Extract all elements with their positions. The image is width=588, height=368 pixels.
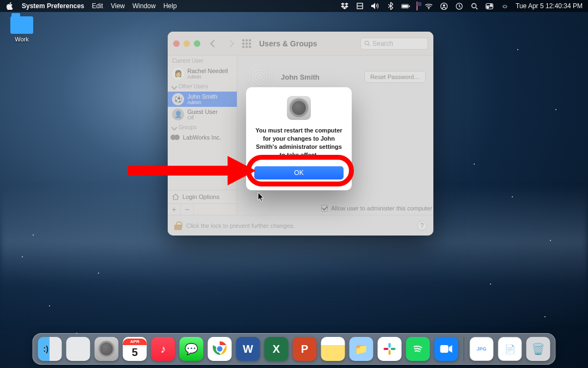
lock-text: Click the lock to prevent further change… (186, 222, 295, 229)
dock-music-icon[interactable]: ♪ (151, 337, 175, 361)
battery-icon[interactable] (401, 2, 410, 10)
svg-rect-20 (389, 350, 391, 355)
wifi-icon[interactable] (424, 2, 433, 10)
dock-notes-icon[interactable] (321, 337, 345, 361)
dock-finder-icon[interactable] (38, 337, 62, 361)
user-name-label: Guest User (187, 108, 218, 115)
dock-system-preferences-icon[interactable] (95, 337, 119, 361)
sidebar-current-user[interactable]: 👩 Rachel Needell Admin (168, 66, 237, 81)
dock-trash-icon[interactable]: 🗑️ (526, 337, 550, 361)
dropbox-icon[interactable] (340, 2, 349, 10)
box-status-icon[interactable] (356, 2, 364, 10)
users-sidebar: Current User 👩 Rachel Needell Admin Othe… (168, 56, 237, 215)
window-title: Users & Groups (259, 39, 317, 48)
group-name-label: LabWorks Inc. (183, 134, 221, 141)
dock-slack-icon[interactable] (378, 337, 402, 361)
svg-point-17 (217, 346, 223, 352)
checkbox-icon (321, 205, 328, 212)
login-options-label: Login Options (182, 194, 219, 200)
dock-folder-icon[interactable]: 📁 (350, 337, 373, 361)
window-minimize-button[interactable] (183, 40, 190, 47)
selected-user-name: John Smith (281, 73, 320, 81)
folder-label: Work (7, 36, 37, 43)
user-switch-icon[interactable] (439, 2, 448, 10)
control-center-icon[interactable] (485, 2, 494, 10)
dock: APR5 ♪ 💬 W X P 📁 JPG 📄 🗑️ (33, 333, 556, 365)
search-input[interactable]: Search (360, 38, 428, 50)
group-icon (172, 135, 180, 140)
dock-powerpoint-icon[interactable]: P (293, 337, 317, 361)
menu-window[interactable]: Window (132, 2, 156, 10)
menu-edit[interactable]: Edit (92, 2, 103, 10)
add-user-button[interactable]: + (168, 204, 181, 215)
window-titlebar: Users & Groups Search (168, 32, 433, 56)
dock-word-icon[interactable]: W (236, 337, 260, 361)
dock-recent-doc-icon[interactable]: 📄 (498, 337, 522, 361)
bluetooth-icon[interactable] (386, 2, 395, 10)
clock-status-icon[interactable] (455, 2, 463, 10)
dock-recent-doc-icon[interactable]: JPG (470, 337, 494, 361)
search-placeholder: Search (372, 40, 393, 47)
siri-icon[interactable] (500, 2, 509, 10)
dialog-message: You must restart the computer for your c… (254, 126, 344, 159)
svg-rect-19 (391, 348, 396, 350)
dock-excel-icon[interactable]: X (265, 337, 289, 361)
window-zoom-button[interactable] (194, 40, 200, 47)
window-close-button[interactable] (173, 40, 180, 47)
sidebar-user-guest[interactable]: 👤 Guest User Off (168, 107, 237, 122)
app-menu[interactable]: System Preferences (22, 2, 84, 10)
folder-icon (10, 16, 33, 34)
lock-icon[interactable] (174, 221, 182, 230)
calendar-day-label: 5 (132, 345, 138, 359)
user-role-label: Admin (187, 100, 217, 105)
login-options-button[interactable]: Login Options (168, 190, 237, 203)
svg-rect-21 (384, 348, 389, 350)
spotlight-icon[interactable] (470, 2, 479, 10)
user-role-label: Admin (187, 74, 228, 80)
dock-separator (464, 337, 464, 361)
avatar-icon: 👤 (172, 108, 184, 120)
restart-required-dialog: You must restart the computer for your c… (246, 87, 352, 190)
svg-point-6 (443, 4, 445, 7)
menu-bar: System Preferences Edit View Window Help… (0, 0, 588, 12)
dock-spotify-icon[interactable] (406, 337, 430, 361)
back-button[interactable] (208, 38, 220, 50)
current-user-header: Current User (168, 56, 237, 66)
dock-zoom-icon[interactable] (434, 337, 458, 361)
dock-calendar-icon[interactable]: APR5 (123, 337, 147, 361)
system-preferences-app-icon (287, 96, 311, 120)
svg-point-12 (487, 6, 489, 8)
remove-user-button[interactable]: − (181, 204, 194, 215)
show-all-button[interactable] (241, 38, 253, 50)
desktop-folder-work[interactable]: Work (7, 16, 37, 43)
admin-checkbox-row[interactable]: Allow user to administer this computer (321, 205, 432, 212)
apple-menu-icon[interactable] (5, 2, 14, 10)
sidebar-user-john-smith[interactable]: ⚽ John Smith Admin (168, 92, 237, 107)
forward-button[interactable] (224, 38, 236, 50)
admin-checkbox-label: Allow user to administer this computer (331, 205, 432, 212)
house-icon (172, 194, 179, 200)
avatar-icon: ⚽ (172, 93, 184, 105)
help-button[interactable]: ? (417, 221, 427, 231)
desktop: System Preferences Edit View Window Help… (0, 0, 588, 368)
sidebar-group-labworks[interactable]: LabWorks Inc. (168, 132, 237, 142)
dock-chrome-icon[interactable] (208, 337, 232, 361)
other-users-header: Other Users (168, 81, 237, 92)
svg-rect-3 (409, 5, 409, 7)
dock-launchpad-icon[interactable] (66, 337, 90, 361)
groups-header: Groups (168, 122, 237, 132)
svg-rect-22 (440, 345, 449, 353)
user-role-label: Off (187, 115, 218, 120)
menu-help[interactable]: Help (163, 2, 177, 10)
volume-icon[interactable] (371, 2, 379, 10)
ok-button[interactable]: OK (254, 166, 344, 179)
calendar-month-label: APR (123, 339, 147, 345)
svg-point-8 (471, 3, 476, 8)
svg-point-4 (428, 8, 429, 9)
reset-password-button[interactable]: Reset Password… (364, 71, 426, 83)
dock-messages-icon[interactable]: 💬 (180, 337, 204, 361)
user-name-label: John Smith (187, 93, 217, 100)
menu-clock[interactable]: Tue Apr 5 12:40:34 PM (516, 2, 583, 10)
menu-view[interactable]: View (111, 2, 125, 10)
input-flag-icon[interactable] (416, 2, 418, 10)
